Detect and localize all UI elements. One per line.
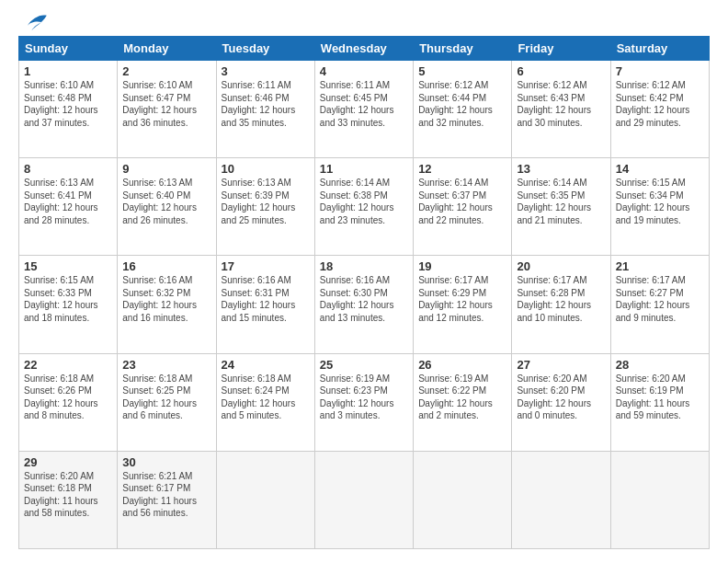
- day-number: 5: [418, 64, 506, 78]
- calendar-cell: 21 Sunrise: 6:17 AM Sunset: 6:27 PM Dayl…: [610, 256, 709, 353]
- calendar-cell: 19 Sunrise: 6:17 AM Sunset: 6:29 PM Dayl…: [414, 256, 512, 353]
- cell-details: Sunrise: 6:11 AM Sunset: 6:45 PM Dayligh…: [320, 79, 408, 129]
- calendar-cell: [414, 451, 512, 548]
- day-number: 17: [222, 259, 310, 273]
- cell-details: Sunrise: 6:16 AM Sunset: 6:31 PM Dayligh…: [222, 274, 310, 324]
- cell-details: Sunrise: 6:12 AM Sunset: 6:44 PM Dayligh…: [418, 79, 506, 129]
- day-number: 7: [616, 64, 704, 78]
- cell-details: Sunrise: 6:16 AM Sunset: 6:32 PM Dayligh…: [122, 274, 210, 324]
- calendar-cell: 24 Sunrise: 6:18 AM Sunset: 6:24 PM Dayl…: [216, 353, 314, 451]
- day-number: 9: [122, 162, 210, 176]
- day-number: 14: [616, 162, 704, 176]
- calendar-cell: 5 Sunrise: 6:12 AM Sunset: 6:44 PM Dayli…: [414, 61, 512, 158]
- calendar-week-row: 1 Sunrise: 6:10 AM Sunset: 6:48 PM Dayli…: [19, 61, 710, 158]
- calendar-cell: 30 Sunrise: 6:21 AM Sunset: 6:17 PM Dayl…: [118, 451, 216, 548]
- calendar-cell: 29 Sunrise: 6:20 AM Sunset: 6:18 PM Dayl…: [19, 451, 118, 548]
- logo-bird-icon: [23, 14, 49, 32]
- calendar-body: 1 Sunrise: 6:10 AM Sunset: 6:48 PM Dayli…: [19, 61, 710, 549]
- cell-details: Sunrise: 6:16 AM Sunset: 6:30 PM Dayligh…: [320, 274, 408, 324]
- calendar-week-row: 8 Sunrise: 6:13 AM Sunset: 6:41 PM Dayli…: [19, 158, 710, 256]
- page: SundayMondayTuesdayWednesdayThursdayFrid…: [0, 0, 728, 563]
- day-number: 16: [122, 259, 210, 273]
- calendar-cell: 3 Sunrise: 6:11 AM Sunset: 6:46 PM Dayli…: [216, 61, 314, 158]
- day-number: 20: [517, 259, 605, 273]
- day-number: 8: [24, 162, 112, 176]
- header: [18, 14, 710, 29]
- cell-details: Sunrise: 6:20 AM Sunset: 6:19 PM Dayligh…: [616, 373, 704, 422]
- day-number: 22: [24, 358, 112, 372]
- cell-details: Sunrise: 6:21 AM Sunset: 6:17 PM Dayligh…: [122, 470, 210, 520]
- calendar-header-sunday: Sunday: [19, 37, 118, 61]
- day-number: 23: [122, 358, 210, 372]
- calendar-header-tuesday: Tuesday: [216, 37, 314, 61]
- day-number: 3: [222, 64, 310, 78]
- day-number: 1: [24, 64, 112, 78]
- cell-details: Sunrise: 6:19 AM Sunset: 6:23 PM Dayligh…: [320, 373, 408, 422]
- cell-details: Sunrise: 6:10 AM Sunset: 6:47 PM Dayligh…: [122, 79, 210, 129]
- calendar-table: SundayMondayTuesdayWednesdayThursdayFrid…: [18, 36, 710, 549]
- calendar-header-monday: Monday: [118, 37, 216, 61]
- calendar-week-row: 15 Sunrise: 6:15 AM Sunset: 6:33 PM Dayl…: [19, 256, 710, 353]
- cell-details: Sunrise: 6:17 AM Sunset: 6:28 PM Dayligh…: [517, 274, 605, 324]
- calendar-cell: 18 Sunrise: 6:16 AM Sunset: 6:30 PM Dayl…: [314, 256, 413, 353]
- day-number: 19: [418, 259, 506, 273]
- cell-details: Sunrise: 6:19 AM Sunset: 6:22 PM Dayligh…: [418, 373, 506, 422]
- calendar-cell: 8 Sunrise: 6:13 AM Sunset: 6:41 PM Dayli…: [19, 158, 118, 256]
- cell-details: Sunrise: 6:11 AM Sunset: 6:46 PM Dayligh…: [222, 79, 310, 129]
- cell-details: Sunrise: 6:12 AM Sunset: 6:42 PM Dayligh…: [616, 79, 704, 129]
- cell-details: Sunrise: 6:12 AM Sunset: 6:43 PM Dayligh…: [517, 79, 605, 129]
- cell-details: Sunrise: 6:17 AM Sunset: 6:29 PM Dayligh…: [418, 274, 506, 324]
- day-number: 21: [616, 259, 704, 273]
- calendar-cell: 9 Sunrise: 6:13 AM Sunset: 6:40 PM Dayli…: [118, 158, 216, 256]
- cell-details: Sunrise: 6:15 AM Sunset: 6:34 PM Dayligh…: [616, 177, 704, 226]
- day-number: 29: [24, 455, 112, 469]
- calendar-cell: [314, 451, 413, 548]
- calendar-header-wednesday: Wednesday: [314, 37, 413, 61]
- calendar-cell: 12 Sunrise: 6:14 AM Sunset: 6:37 PM Dayl…: [414, 158, 512, 256]
- calendar-cell: 17 Sunrise: 6:16 AM Sunset: 6:31 PM Dayl…: [216, 256, 314, 353]
- calendar-cell: 13 Sunrise: 6:14 AM Sunset: 6:35 PM Dayl…: [512, 158, 610, 256]
- cell-details: Sunrise: 6:14 AM Sunset: 6:37 PM Dayligh…: [418, 177, 506, 226]
- calendar-cell: 28 Sunrise: 6:20 AM Sunset: 6:19 PM Dayl…: [610, 353, 709, 451]
- calendar-cell: 11 Sunrise: 6:14 AM Sunset: 6:38 PM Dayl…: [314, 158, 413, 256]
- calendar-cell: [512, 451, 610, 548]
- cell-details: Sunrise: 6:18 AM Sunset: 6:26 PM Dayligh…: [24, 373, 112, 422]
- calendar-cell: 26 Sunrise: 6:19 AM Sunset: 6:22 PM Dayl…: [414, 353, 512, 451]
- cell-details: Sunrise: 6:14 AM Sunset: 6:38 PM Dayligh…: [320, 177, 408, 226]
- cell-details: Sunrise: 6:13 AM Sunset: 6:39 PM Dayligh…: [222, 177, 310, 226]
- calendar-header-friday: Friday: [512, 37, 610, 61]
- calendar-header-saturday: Saturday: [610, 37, 709, 61]
- calendar-header-row: SundayMondayTuesdayWednesdayThursdayFrid…: [19, 37, 710, 61]
- calendar-cell: 22 Sunrise: 6:18 AM Sunset: 6:26 PM Dayl…: [19, 353, 118, 451]
- day-number: 26: [418, 358, 506, 372]
- calendar-cell: 15 Sunrise: 6:15 AM Sunset: 6:33 PM Dayl…: [19, 256, 118, 353]
- day-number: 2: [122, 64, 210, 78]
- day-number: 25: [320, 358, 408, 372]
- cell-details: Sunrise: 6:10 AM Sunset: 6:48 PM Dayligh…: [24, 79, 112, 129]
- cell-details: Sunrise: 6:14 AM Sunset: 6:35 PM Dayligh…: [517, 177, 605, 226]
- day-number: 30: [122, 455, 210, 469]
- calendar-header-thursday: Thursday: [414, 37, 512, 61]
- cell-details: Sunrise: 6:18 AM Sunset: 6:24 PM Dayligh…: [222, 373, 310, 422]
- calendar-cell: 20 Sunrise: 6:17 AM Sunset: 6:28 PM Dayl…: [512, 256, 610, 353]
- calendar-cell: 10 Sunrise: 6:13 AM Sunset: 6:39 PM Dayl…: [216, 158, 314, 256]
- cell-details: Sunrise: 6:13 AM Sunset: 6:40 PM Dayligh…: [122, 177, 210, 226]
- calendar-cell: [216, 451, 314, 548]
- day-number: 12: [418, 162, 506, 176]
- cell-details: Sunrise: 6:15 AM Sunset: 6:33 PM Dayligh…: [24, 274, 112, 324]
- calendar-cell: 4 Sunrise: 6:11 AM Sunset: 6:45 PM Dayli…: [314, 61, 413, 158]
- cell-details: Sunrise: 6:18 AM Sunset: 6:25 PM Dayligh…: [122, 373, 210, 422]
- calendar-cell: [610, 451, 709, 548]
- day-number: 24: [222, 358, 310, 372]
- cell-details: Sunrise: 6:17 AM Sunset: 6:27 PM Dayligh…: [616, 274, 704, 324]
- calendar-cell: 14 Sunrise: 6:15 AM Sunset: 6:34 PM Dayl…: [610, 158, 709, 256]
- day-number: 10: [222, 162, 310, 176]
- calendar-cell: 25 Sunrise: 6:19 AM Sunset: 6:23 PM Dayl…: [314, 353, 413, 451]
- calendar-cell: 6 Sunrise: 6:12 AM Sunset: 6:43 PM Dayli…: [512, 61, 610, 158]
- day-number: 15: [24, 259, 112, 273]
- calendar-cell: 7 Sunrise: 6:12 AM Sunset: 6:42 PM Dayli…: [610, 61, 709, 158]
- day-number: 11: [320, 162, 408, 176]
- cell-details: Sunrise: 6:20 AM Sunset: 6:20 PM Dayligh…: [517, 373, 605, 422]
- logo: [18, 14, 49, 29]
- calendar-cell: 16 Sunrise: 6:16 AM Sunset: 6:32 PM Dayl…: [118, 256, 216, 353]
